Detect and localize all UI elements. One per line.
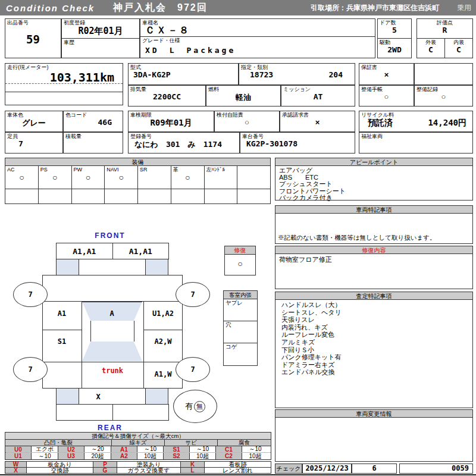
special-notes-panel: 車両特記事項 ※記載のない書類・機器等は無しとして取り扱います。 xyxy=(275,205,473,244)
assessment-line: ハンドルスレ（大） xyxy=(281,301,469,309)
approval-box: 承認請求書 × xyxy=(280,111,355,132)
assessment-line: パンク修理キット有 xyxy=(281,353,469,361)
model-box: 車種名 ＣＸ－８ グレード・仕様 XD L Package xyxy=(140,18,375,58)
registration-number-value: なにわ 301 み 1174 xyxy=(129,139,239,150)
left-rear-door-damage: S1 xyxy=(42,337,82,346)
cabin-lining-row-tear: ヤブレ xyxy=(224,299,257,306)
wheel-front-right: 7 xyxy=(176,282,210,307)
recycle-fee-value: 14,240円 xyxy=(428,118,466,129)
type-class-box: 指定・類別 18723 204 xyxy=(239,63,355,85)
recycle-fee-box: リサイクル料 預託済 14,240円 xyxy=(359,111,473,132)
trunk-label: trunk xyxy=(82,367,143,375)
legend2-row-1: W 板金あり P 塗装あり K 看板跡 xyxy=(5,462,271,468)
first-registration-label: 初度登録 xyxy=(62,19,139,26)
assessment-line: アルミキズ xyxy=(281,339,469,346)
repair-info-panel: 修復内容 荷物室フロア修正 xyxy=(275,246,473,289)
check-code: 6 xyxy=(352,464,396,473)
special-notes-title: 車両特記事項 xyxy=(275,206,472,214)
insurance-value: ○ xyxy=(215,118,279,127)
color-code-value: 46G xyxy=(64,118,123,127)
fuel-box: 燃料 軽油 xyxy=(206,85,281,107)
check-date-cell: 2025/12/23 xyxy=(302,464,352,474)
equipment-item-leather: 革○ xyxy=(171,166,205,189)
fuel-value: 軽油 xyxy=(206,92,280,103)
diagram-front-label: FRONT xyxy=(83,231,137,240)
legend-group-corrosion: 腐食 xyxy=(218,440,271,446)
body-color-label: 車体色 xyxy=(5,111,62,118)
fuel-label: 燃料 xyxy=(206,86,280,92)
lot-number-box: 出品番号 59 xyxy=(5,18,61,58)
history-label: 車歴 xyxy=(62,39,139,45)
drive-value: 2WD xyxy=(378,45,411,54)
insurance-box: 検付自賠責 ○ xyxy=(214,111,280,132)
page-bottom-rule xyxy=(0,474,476,475)
maintenance-record-value: ○ xyxy=(415,92,472,101)
capacity-box: 定員 7 xyxy=(5,132,63,154)
spare-tire-indicator: 有 無 xyxy=(173,390,217,423)
legend2-row-2: X 交換跡 G ガラス交換要す L レンズ割れ xyxy=(5,468,271,473)
capacity-value: 7 xyxy=(5,139,62,148)
appeal-title: アピールポイント xyxy=(275,158,472,166)
equipment-item-blank xyxy=(237,166,270,189)
body-color-box: 車体色 グレー xyxy=(5,111,63,132)
special-notes-text: ※記載のない書類・機器等は無しとして取り扱います。 xyxy=(275,234,438,243)
inspection-label: 車検期限 xyxy=(129,111,214,118)
assessment-line: シートスレ、ヘタリ xyxy=(281,309,469,317)
chassis-number-label: 車台番号 xyxy=(240,133,355,139)
legend-title: 損傷記号＆損傷サイズ（～最大cm） xyxy=(5,433,271,440)
check-label-cell: チェック xyxy=(275,464,302,474)
cabin-lining-row-burn: コゲ xyxy=(224,343,257,350)
lot-number-value: 59 xyxy=(5,33,61,46)
equipment-empty-row xyxy=(5,189,270,204)
damage-legend-table: 損傷記号＆損傷サイズ（～最大cm） 凸凹・亀裂 線キズ サビ 腐食 U0 エクボ… xyxy=(5,432,271,460)
spare-yes-label: 有 xyxy=(185,401,193,412)
exterior-value: C xyxy=(417,45,444,54)
auction-title: 神戸入札会 972回 xyxy=(113,2,208,14)
wheel-front-left: 7 xyxy=(13,282,48,307)
title-bar: Condition Check 神戸入札会 972回 引取場所：兵庫県神戸市東灘… xyxy=(0,0,476,15)
inspection-box: 車検期限 R09年01月 xyxy=(128,111,214,132)
assessment-line: 下回りＳ小 xyxy=(281,346,469,354)
body-color-value: グレー xyxy=(5,118,62,129)
appeal-line: エアバッグ xyxy=(279,167,469,174)
assessment-line: エンドパネル交換 xyxy=(281,368,469,376)
doors-drive-box: ドア数 5 駆動 2WD xyxy=(377,18,412,58)
displacement-value: 2200CC xyxy=(129,92,205,101)
doors-value: 5 xyxy=(378,26,411,35)
right-quarter-damage: A1,W xyxy=(143,370,183,378)
transmission-value: AT xyxy=(281,92,355,101)
insurance-label: 検付自賠責 xyxy=(215,111,279,118)
equipment-item-lhd: 左ﾊﾝﾄﾞﾙ xyxy=(205,166,238,189)
assessment-title: 査定特記事項 xyxy=(275,292,472,300)
change-info-title: 車両変更情報 xyxy=(275,410,472,418)
wheel-rear-left: 7 xyxy=(13,357,48,382)
legend-group-dent: 凸凹・亀裂 xyxy=(5,440,112,446)
rear-bumper xyxy=(56,404,169,421)
registration-number-label: 登録番号 xyxy=(129,133,239,139)
appeal-panel: アピールポイント エアバッグ ABS ETC プッシュスタート フロントパワーシ… xyxy=(275,158,473,201)
repair-info-title: 修復内容 xyxy=(275,246,472,254)
equipment-item-ac: AC○ xyxy=(5,166,39,189)
front-bumper-left-damage: A1,A1 xyxy=(57,243,113,259)
equipment-title: 装備 xyxy=(5,158,270,166)
model-code-box: 型式 3DA-KG2P xyxy=(128,63,239,85)
legend-group-rust: サビ xyxy=(165,440,218,446)
warranty-value: × xyxy=(359,70,414,79)
right-front-door-damage: U1,A2 xyxy=(143,309,183,318)
type-number-value: 18723 xyxy=(250,70,273,79)
rear-right-pillar-shade xyxy=(145,389,168,404)
mileage-label: 走行(現メーター) xyxy=(5,64,123,70)
maintenance-record-label: 整備記録 xyxy=(415,86,472,92)
maintenance-book-label: 整備手帳 xyxy=(359,86,414,92)
rear-window-shape xyxy=(82,342,142,361)
welfare-box: 福祉車両 xyxy=(359,132,473,154)
pickup-location: 引取場所：兵庫県神戸市東灘区住吉浜町 xyxy=(311,3,439,13)
warranty-label: 保証書 xyxy=(359,64,414,70)
maintenance-book-value: ○ xyxy=(359,92,414,101)
score-value: R xyxy=(417,26,472,35)
windshield-damage: A xyxy=(82,309,142,318)
diagram-rear-label: REAR xyxy=(83,424,137,432)
score-label: 評価点 xyxy=(417,19,472,26)
legend-group-scratch: 線キズ xyxy=(112,440,165,446)
mileage-box: 走行(現メーター) 103,311km xyxy=(5,63,123,105)
